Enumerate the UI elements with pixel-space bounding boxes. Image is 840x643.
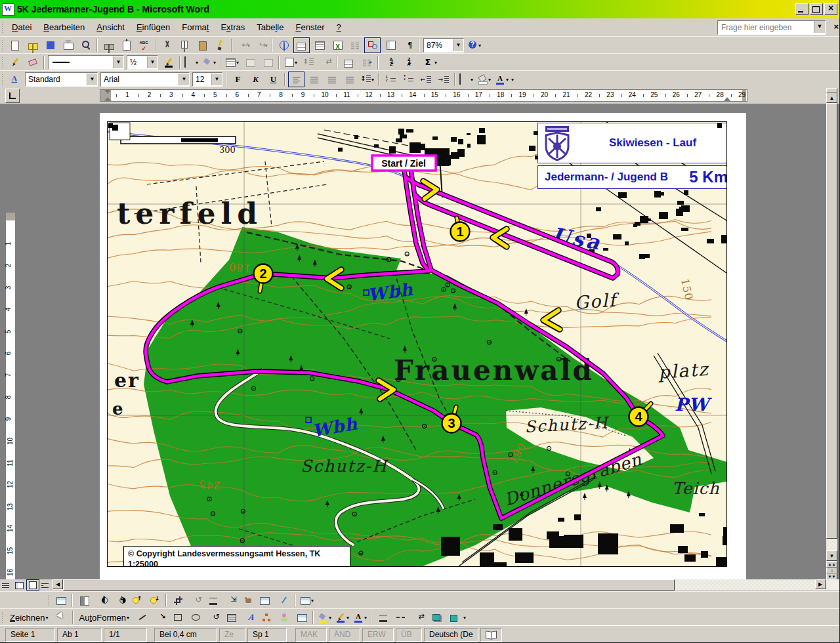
bullets-button[interactable]	[400, 72, 416, 87]
reset-picture-button[interactable]: ▾	[299, 592, 315, 608]
3d-style-button[interactable]	[446, 610, 462, 625]
less-brightness-button[interactable]	[146, 592, 163, 608]
increase-indent-button[interactable]	[435, 72, 452, 87]
style-combo[interactable]: Standard▼	[25, 72, 98, 87]
align-center-button[interactable]	[306, 72, 322, 87]
horizontal-ruler[interactable]: 1234567891011121314151617181920212223242…	[0, 87, 840, 104]
show-hide-paragraph-button[interactable]	[400, 37, 416, 53]
menu-einfgen[interactable]: Einfügen	[131, 20, 176, 34]
bold-button[interactable]: F	[230, 72, 246, 87]
distribute-columns-button[interactable]	[318, 54, 334, 70]
select-objects-button[interactable]	[53, 610, 70, 625]
decrease-indent-button[interactable]	[417, 72, 434, 87]
insert-table-button[interactable]	[311, 37, 327, 53]
drawing-font-color-button[interactable]: A▾	[352, 610, 368, 625]
more-contrast-button[interactable]	[93, 592, 110, 608]
copy-button[interactable]	[177, 37, 193, 53]
menu-format[interactable]: Format	[176, 20, 215, 34]
toolbar-gripper[interactable]	[1, 22, 3, 33]
insert-picture-from-file-button[interactable]	[293, 610, 310, 625]
scroll-up-icon[interactable]: ▲	[826, 93, 837, 103]
rectangle-tool-button[interactable]	[169, 610, 186, 625]
vertical-ruler[interactable]: 123456789101112131415161718192021	[5, 212, 16, 579]
styles-and-formatting-button[interactable]	[7, 72, 23, 87]
oval-tool-button[interactable]	[187, 610, 203, 625]
table-autoformat-button[interactable]	[341, 54, 357, 70]
align-left-button[interactable]	[288, 72, 304, 87]
picture-line-style-button[interactable]	[205, 592, 221, 608]
text-direction-button[interactable]: ▸	[358, 54, 375, 70]
autosum-button[interactable]	[417, 54, 433, 70]
redo-button[interactable]: ▾	[253, 37, 269, 53]
draw-table-button[interactable]	[7, 54, 23, 70]
chevron-down-icon[interactable]: ▼	[814, 21, 825, 33]
toolbar-gripper[interactable]	[1, 39, 3, 51]
insert-hyperlink-button[interactable]	[276, 37, 292, 53]
fill-color-button[interactable]: ▾	[316, 610, 333, 625]
new-document-button[interactable]	[7, 37, 23, 53]
zeichnen-menu-button[interactable]: Zeichnen▾	[7, 610, 52, 625]
image-color-button[interactable]	[75, 592, 92, 608]
merge-cells-button[interactable]	[242, 54, 258, 70]
menu-ansicht[interactable]: Ansicht	[91, 20, 131, 34]
toolbar-close-icon[interactable]: ×	[833, 22, 839, 31]
borders-button[interactable]: ▾	[458, 72, 474, 87]
document-map-button[interactable]	[382, 37, 398, 53]
numbering-button[interactable]	[382, 72, 398, 87]
italic-button[interactable]: K	[247, 72, 264, 87]
border-color-button[interactable]	[160, 54, 177, 70]
dash-style-button[interactable]	[392, 610, 409, 625]
map-image[interactable]: terfeldereFrauenwaldSchutz-HSchutz-HDonn…	[107, 121, 727, 567]
previous-page-button[interactable]: ▲▲	[826, 561, 837, 568]
underline-button[interactable]: U	[265, 72, 282, 87]
toolbar-gripper[interactable]	[47, 594, 49, 606]
ruler-split-handle[interactable]	[826, 88, 837, 93]
diagram-button[interactable]	[258, 610, 274, 625]
maximize-button[interactable]	[810, 3, 823, 15]
autoformen-menu-button[interactable]: AutoFormen▾	[76, 610, 133, 625]
hanging-indent-marker[interactable]	[104, 97, 111, 101]
close-button[interactable]	[824, 3, 837, 15]
selection-handle[interactable]	[717, 123, 722, 128]
menu-?[interactable]: ?	[331, 20, 347, 34]
toolbar-gripper[interactable]	[1, 612, 3, 623]
ask-question-box[interactable]: Frage hier eingeben ▼	[717, 20, 826, 35]
print-preview-button[interactable]	[118, 37, 135, 53]
toolbar-gripper[interactable]	[1, 73, 3, 85]
mail-button[interactable]	[60, 37, 76, 53]
minimize-button[interactable]	[795, 3, 808, 15]
arrow-style-button[interactable]	[410, 610, 427, 625]
selection-handle[interactable]	[108, 123, 113, 128]
save-button[interactable]	[42, 37, 58, 53]
normal-view-button[interactable]	[0, 579, 13, 591]
less-contrast-button[interactable]	[111, 592, 127, 608]
print-layout-view-button[interactable]	[26, 579, 39, 591]
paste-button[interactable]	[194, 37, 211, 53]
shading-color-button[interactable]: ▾	[201, 54, 217, 70]
sort-ascending-button[interactable]	[381, 54, 398, 70]
zoom-combo[interactable]: 87% ▼	[423, 38, 464, 52]
cut-button[interactable]	[159, 37, 175, 53]
text-box-button[interactable]	[222, 610, 239, 625]
insert-excel-button[interactable]	[329, 37, 345, 53]
tab-selector-button[interactable]	[5, 89, 20, 103]
open-button[interactable]	[24, 37, 41, 53]
justify-button[interactable]	[341, 72, 358, 87]
columns-button[interactable]	[346, 37, 363, 53]
more-brightness-button[interactable]	[129, 592, 145, 608]
print-button[interactable]	[100, 37, 117, 53]
select-browse-object-button[interactable]: ○	[826, 568, 837, 573]
drawing-button[interactable]	[364, 37, 381, 53]
insert-table-dropdown-button[interactable]: ▾	[224, 54, 240, 70]
wordart-button[interactable]	[240, 610, 257, 625]
compress-pictures-button[interactable]	[222, 592, 239, 608]
undo-button[interactable]: ▾	[235, 37, 251, 53]
scroll-left-icon[interactable]: ◀	[52, 579, 63, 589]
menu-tabelle[interactable]: Tabelle	[251, 20, 289, 34]
highlight-button[interactable]: ▾	[476, 72, 492, 87]
spelling-button[interactable]	[136, 37, 152, 53]
line-style-combo[interactable]: ▼	[48, 55, 124, 70]
arrow-tool-button[interactable]	[152, 610, 168, 625]
vertical-scroll-thumb[interactable]	[826, 103, 837, 539]
horizontal-scrollbar[interactable]: ◀ ▶	[0, 579, 840, 590]
